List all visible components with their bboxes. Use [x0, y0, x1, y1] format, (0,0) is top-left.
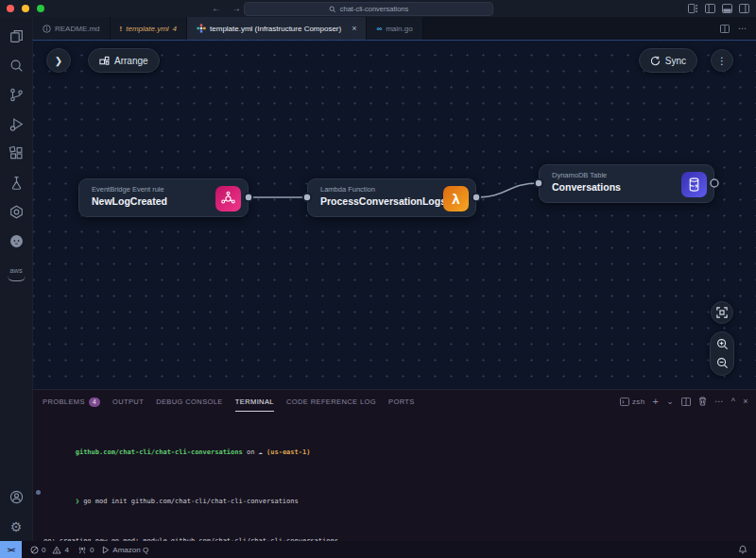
split-terminal-icon[interactable] — [681, 397, 691, 406]
tab-label: README.md — [55, 25, 100, 33]
node-dynamodb[interactable]: DynamoDB Table Conversations — [539, 164, 714, 203]
eventbridge-icon — [215, 186, 241, 211]
customize-layout-icon[interactable] — [688, 4, 698, 13]
expand-sidebar-button[interactable]: ❯ — [46, 48, 71, 73]
arrange-button[interactable]: Arrange — [88, 48, 160, 73]
tab-ports[interactable]: PORTS — [388, 392, 415, 411]
sync-button[interactable]: Sync — [639, 48, 697, 73]
window-controls — [7, 5, 44, 12]
history-back-button[interactable]: ← — [212, 3, 221, 14]
ports-status[interactable]: 0 — [77, 546, 94, 554]
panel-tab-label: DEBUG CONSOLE — [156, 397, 223, 406]
settings-gear-icon[interactable]: ⚙ — [8, 517, 26, 535]
terminal-dropdown-icon[interactable]: ⌄ — [666, 399, 674, 404]
tab-label: template.yml (Infrastructure Composer) — [210, 25, 341, 33]
sync-label: Sync — [665, 56, 686, 66]
lambda-icon: λ — [443, 186, 469, 211]
new-terminal-button[interactable]: + — [653, 397, 660, 406]
tab-code-reference-log[interactable]: CODE REFERENCE LOG — [286, 392, 376, 411]
remote-indicator[interactable]: >< — [0, 541, 22, 558]
tab-problems[interactable]: PROBLEMS 4 — [43, 392, 100, 412]
extensions-icon[interactable] — [8, 144, 26, 162]
shell-selector[interactable]: zsh — [620, 397, 645, 406]
close-icon[interactable]: × — [352, 25, 356, 32]
tab-template-yml[interactable]: ! template.yml 4 — [111, 17, 187, 40]
tab-main-go[interactable]: ∞ main.go — [367, 17, 422, 40]
activity-bar: aws ⚙ — [0, 17, 33, 541]
amazon-q-label: Amazon Q — [112, 546, 148, 554]
close-window-button[interactable] — [7, 5, 14, 12]
title-bar: ← → chat-cli-conversations — [0, 0, 756, 17]
node-lambda[interactable]: Lambda Function ProcessConversationLogs … — [307, 178, 476, 217]
panel-tab-label: CODE REFERENCE LOG — [286, 397, 376, 406]
terminal-line: ❯ go mod init github.com/chat-cli/chat-c… — [43, 487, 756, 517]
info-icon — [43, 25, 51, 33]
split-editor-icon[interactable] — [720, 25, 730, 33]
tab-terminal[interactable]: TERMINAL — [235, 392, 274, 412]
fit-to-view-button[interactable] — [711, 301, 733, 324]
infrastructure-composer-canvas[interactable]: ❯ Arrange Sync ⋮ EventBridge Event rule … — [33, 40, 756, 390]
panel-tab-bar: PROBLEMS 4 OUTPUT DEBUG CONSOLE TERMINAL… — [33, 390, 756, 413]
account-icon[interactable] — [8, 488, 26, 506]
terminal-path: github.com/chat-cli/chat-cli-conversatio… — [76, 448, 243, 456]
kill-terminal-icon[interactable] — [698, 397, 707, 406]
terminal-text: on — [243, 448, 259, 456]
warnings-icon — [52, 546, 61, 554]
history-forward-button[interactable]: → — [232, 3, 241, 14]
zoom-out-button[interactable] — [716, 357, 729, 369]
tab-debug-console[interactable]: DEBUG CONSOLE — [156, 392, 223, 411]
terminal-command: go mod init github.com/chat-cli/chat-cli… — [83, 498, 299, 505]
command-decoration-icon[interactable] — [36, 490, 41, 495]
zoom-in-button[interactable] — [716, 338, 729, 350]
shell-name: zsh — [632, 397, 645, 406]
bottom-panel: PROBLEMS 4 OUTPUT DEBUG CONSOLE TERMINAL… — [33, 389, 756, 541]
panel-tab-label: PORTS — [388, 397, 415, 406]
maximize-window-button[interactable] — [37, 5, 44, 12]
prompt-char: ❯ — [76, 498, 83, 505]
go-icon: ∞ — [376, 25, 382, 33]
arrange-icon — [99, 56, 110, 66]
cloud-icon: ☁ — [259, 448, 266, 456]
terminal-region: (us-east-1) — [266, 448, 310, 456]
panel-more-actions-icon[interactable]: ⋯ — [714, 397, 723, 406]
command-center-search[interactable]: chat-cli-conversations — [244, 2, 493, 16]
toggle-panel-icon[interactable] — [722, 4, 732, 13]
aws-toolkit-icon[interactable]: aws — [8, 262, 26, 281]
testing-icon[interactable] — [8, 174, 26, 192]
arrange-label: Arrange — [114, 56, 148, 66]
command-center-text: chat-cli-conversations — [340, 5, 409, 13]
problems-status[interactable]: 0 4 — [30, 546, 69, 554]
panel-tab-label: TERMINAL — [235, 397, 274, 406]
panel-tab-label: PROBLEMS — [43, 397, 85, 406]
search-icon[interactable] — [8, 57, 26, 75]
amazon-q-status[interactable]: Amazon Q — [102, 546, 148, 554]
status-bar: >< 0 4 0 Amazon Q — [0, 541, 756, 558]
run-debug-icon[interactable] — [8, 115, 26, 133]
sync-icon — [650, 56, 661, 66]
tab-infrastructure-composer[interactable]: template.yml (Infrastructure Composer) × — [187, 17, 367, 40]
tab-readme[interactable]: README.md — [33, 17, 111, 40]
more-actions-icon[interactable]: ⋯ — [738, 24, 747, 33]
editor-tab-bar: README.md ! template.yml 4 template.yml … — [33, 17, 756, 40]
tab-label: main.go — [386, 25, 412, 33]
hexagon-tool-icon[interactable] — [8, 203, 26, 221]
notifications-bell-icon[interactable] — [738, 545, 756, 554]
terminal[interactable]: github.com/chat-cli/chat-cli-conversatio… — [33, 413, 756, 541]
toggle-primary-sidebar-icon[interactable] — [705, 4, 715, 13]
node-eventbridge[interactable]: EventBridge Event rule NewLogCreated — [78, 178, 249, 217]
close-panel-icon[interactable]: × — [743, 397, 748, 406]
explorer-icon[interactable] — [8, 27, 26, 45]
tab-output[interactable]: OUTPUT — [112, 392, 144, 411]
tab-problem-count: 4 — [173, 25, 177, 33]
errors-count: 0 — [42, 546, 45, 554]
terminal-line: github.com/chat-cli/chat-cli-conversatio… — [43, 437, 756, 467]
source-control-icon[interactable] — [8, 86, 26, 104]
panel-tab-label: OUTPUT — [112, 397, 144, 406]
canvas-menu-button[interactable]: ⋮ — [711, 49, 733, 72]
forwarded-ports-count: 0 — [90, 546, 94, 554]
github-icon[interactable] — [8, 232, 26, 250]
warnings-count: 4 — [64, 546, 68, 554]
toggle-secondary-sidebar-icon[interactable] — [739, 4, 749, 13]
maximize-panel-icon[interactable]: ^ — [731, 397, 736, 406]
minimize-window-button[interactable] — [22, 5, 29, 12]
